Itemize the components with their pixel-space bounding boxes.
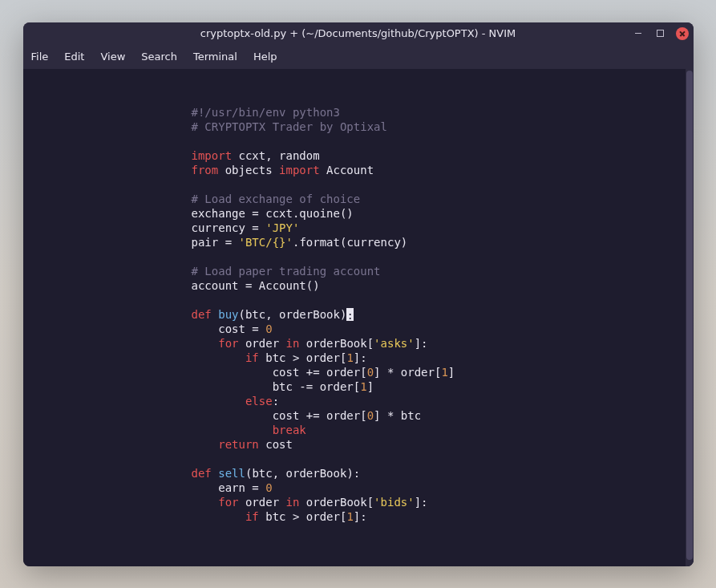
code-keyword: return <box>218 438 259 451</box>
menu-search[interactable]: Search <box>141 51 177 63</box>
code-text <box>192 337 219 350</box>
code-text: : <box>273 395 279 408</box>
code-text: ]: <box>415 496 428 509</box>
code-text: cost += order[ <box>192 366 367 379</box>
code-text: .format(currency) <box>293 236 407 249</box>
code-number: 1 <box>441 366 447 379</box>
code-string: 'JPY' <box>265 221 299 234</box>
window-title: cryptoptx-old.py + (~/Documents/github/C… <box>200 27 516 39</box>
code-string: 'BTC/{}' <box>239 236 293 249</box>
code-comment: # Load exchange of choice <box>192 193 361 205</box>
menu-terminal[interactable]: Terminal <box>193 51 237 63</box>
code-text: ] * order[ <box>374 366 441 379</box>
code-text <box>192 438 219 451</box>
code-string: 'bids' <box>374 496 415 509</box>
code-text: exchange = ccxt.quoine() <box>192 207 354 220</box>
code-keyword: if <box>245 510 259 523</box>
minimize-icon[interactable] <box>631 26 645 41</box>
code-function: buy <box>212 308 239 321</box>
code-text <box>192 351 245 364</box>
terminal-window: cryptoptx-old.py + (~/Documents/github/C… <box>23 22 694 566</box>
code-text <box>192 510 245 523</box>
code-keyword: def <box>192 467 212 480</box>
code-keyword: for <box>218 496 238 509</box>
code-keyword: in <box>286 496 300 509</box>
code-text: btc > order[ <box>259 510 347 523</box>
code-text: Account <box>320 164 374 176</box>
editor-area: #!/usr/bin/env python3# CRYPTOPTX Trader… <box>23 69 694 566</box>
code-comment: # Load paper trading account <box>192 265 381 278</box>
code-string: 'asks' <box>374 337 415 350</box>
code-text <box>192 496 219 509</box>
code-number: 1 <box>346 351 353 364</box>
code-text: objects <box>218 164 279 176</box>
code-text: cost <box>259 438 293 451</box>
code-number: 1 <box>346 510 353 523</box>
titlebar[interactable]: cryptoptx-old.py + (~/Documents/github/C… <box>23 22 694 45</box>
menu-help[interactable]: Help <box>253 51 277 63</box>
maximize-icon[interactable] <box>653 26 668 41</box>
code-text: order <box>239 337 286 350</box>
code-text: account = Account() <box>192 279 320 292</box>
code-keyword: for <box>218 337 238 350</box>
code-text: cost = <box>192 322 266 335</box>
code-text: ]: <box>354 351 367 364</box>
code-text <box>192 395 245 408</box>
code-text <box>192 424 273 436</box>
code-comment: # CRYPTOPTX Trader by Optixal <box>192 120 387 133</box>
code-text: ]: <box>415 337 428 350</box>
code-keyword: break <box>273 424 306 436</box>
code-text: orderBook[ <box>299 337 374 350</box>
code-keyword: else <box>245 395 273 408</box>
code-text: ]: <box>354 510 367 523</box>
code-number: 0 <box>265 322 272 335</box>
code-comment: #!/usr/bin/env python3 <box>192 106 340 119</box>
code-keyword: if <box>245 351 259 364</box>
code-function: sell <box>212 467 245 480</box>
code-text: btc > order[ <box>259 351 347 364</box>
menu-edit[interactable]: Edit <box>64 51 84 63</box>
code-number: 0 <box>367 409 374 422</box>
code-text: (btc, orderBook) <box>239 308 347 321</box>
code-text: pair = <box>192 236 239 249</box>
code-text: ] <box>448 366 455 379</box>
code-text: currency = <box>192 221 266 234</box>
code-editor[interactable]: #!/usr/bin/env python3# CRYPTOPTX Trader… <box>23 69 686 566</box>
code-keyword: def <box>192 308 212 321</box>
code-keyword: import <box>279 164 320 176</box>
code-text: btc -= order[ <box>192 380 361 393</box>
cursor-icon: : <box>346 308 354 321</box>
scrollbar-thumb[interactable] <box>686 71 693 560</box>
close-icon[interactable] <box>676 27 689 40</box>
code-text: cost += order[ <box>192 409 367 422</box>
code-keyword: from <box>192 164 219 176</box>
code-number: 1 <box>360 380 366 393</box>
code-text: earn = <box>192 481 266 494</box>
code-text: ] <box>367 380 374 393</box>
code-text: (btc, orderBook): <box>245 467 360 480</box>
menu-file[interactable]: File <box>31 51 49 63</box>
code-number: 0 <box>367 366 374 379</box>
code-text: order <box>239 496 286 509</box>
scrollbar[interactable] <box>686 69 694 566</box>
code-keyword: in <box>286 337 300 350</box>
code-text: orderBook[ <box>299 496 374 509</box>
menu-view[interactable]: View <box>100 51 125 63</box>
code-text: ] * btc <box>374 409 421 422</box>
code-text: ccxt, random <box>232 149 320 162</box>
code-keyword: import <box>192 149 233 162</box>
code-number: 0 <box>265 481 272 494</box>
window-controls <box>631 26 689 41</box>
menubar: File Edit View Search Terminal Help <box>23 45 694 69</box>
